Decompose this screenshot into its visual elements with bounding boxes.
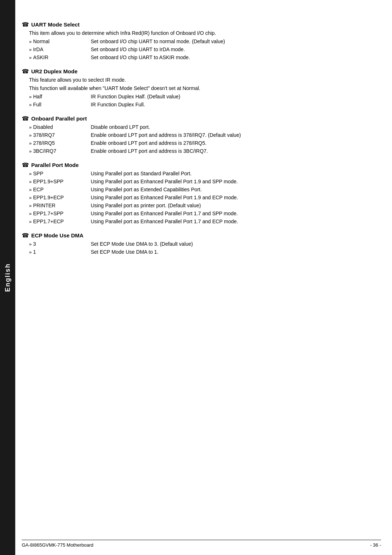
option-label-epp17spp: EPP1.7+SPP <box>33 210 64 217</box>
arrow-icon: » <box>29 38 32 45</box>
option-value-spp: Using Parallel port as Standard Parallel… <box>91 170 381 177</box>
option-label-3bcirq7: 3BC/IRQ7 <box>33 147 56 155</box>
list-item: » ECP Using Parallel port as Extended Ca… <box>29 186 381 193</box>
list-item: » 278/IRQ5 Enable onboard LPT port and a… <box>29 139 381 147</box>
section-icon-uart: ☎ <box>22 21 29 28</box>
english-tab-label: English <box>4 263 12 292</box>
section-icon-ur2: ☎ <box>22 68 29 75</box>
section-icon-ppm: ☎ <box>22 162 29 168</box>
option-label-full: Full <box>33 101 41 109</box>
list-item: » ASKIR Set onboard I/O chip UART to ASK… <box>29 54 381 61</box>
section-ecp-mode-dma: ☎ ECP Mode Use DMA <box>22 232 381 239</box>
option-value-278irq5: Enable onboard LPT port and address is 2… <box>91 139 381 147</box>
section-onboard-parallel-port: ☎ Onboard Parallel port <box>22 115 381 122</box>
list-item: » EPP1.9+ECP Using Parallel port as Enha… <box>29 194 381 201</box>
arrow-icon: » <box>29 218 32 225</box>
option-key-278irq5: » 278/IRQ5 <box>29 139 91 147</box>
section-title-ur2: UR2 Duplex Mode <box>31 68 78 74</box>
ur2-description-2: This function will available when "UART … <box>29 85 381 92</box>
option-label-printer: PRINTER <box>33 202 55 209</box>
arrow-icon: » <box>29 202 32 209</box>
option-key-dma1: » 1 <box>29 248 91 256</box>
option-label-378irq7: 378/IRQ7 <box>33 131 55 139</box>
list-item: » Disabled Disable onboard LPT port. <box>29 123 381 131</box>
option-key-ecp: » ECP <box>29 186 91 193</box>
section-icon-ecp-dma: ☎ <box>22 232 29 239</box>
option-value-epp17ecp: Using Parallel port as Enhanced Parallel… <box>91 218 381 225</box>
arrow-icon: » <box>29 132 32 139</box>
option-value-dma3: Set ECP Mode Use DMA to 3. (Default valu… <box>91 240 381 248</box>
footer-model: GA-8I865GVMK-775 Motherboard <box>22 542 93 548</box>
option-label-epp19ecp: EPP1.9+ECP <box>33 194 64 201</box>
list-item: » EPP1.7+SPP Using Parallel port as Enha… <box>29 210 381 217</box>
option-value-epp19spp: Using Parallel port as Enhanced Parallel… <box>91 178 381 185</box>
ur2-description-1: This feature allows you to seclect IR mo… <box>29 76 381 84</box>
arrow-icon: » <box>29 93 32 101</box>
list-item: » EPP1.9+SPP Using Parallel port as Enha… <box>29 178 381 185</box>
option-label-dma3: 3 <box>33 240 36 248</box>
arrow-icon: » <box>29 194 32 201</box>
uart-description: This item allows you to determine which … <box>29 29 381 37</box>
list-item: » 3BC/IRQ7 Enable onboard LPT port and a… <box>29 147 381 155</box>
option-value-ecp: Using Parallel port as Extended Capabili… <box>91 186 381 193</box>
option-label-normal: Normal <box>33 38 49 45</box>
option-key-dma3: » 3 <box>29 240 91 248</box>
list-item: » IrDA Set onboard I/O chip UART to IrDA… <box>29 46 381 53</box>
option-key-disabled: » Disabled <box>29 123 91 131</box>
section-uart-mode-select: ☎ UART Mode Select <box>22 21 381 28</box>
option-label-spp: SPP <box>33 170 43 177</box>
arrow-icon: » <box>29 46 32 53</box>
option-value-half: IR Function Duplex Half. (Default value) <box>91 93 381 101</box>
arrow-icon: » <box>29 101 32 109</box>
option-value-disabled: Disable onboard LPT port. <box>91 123 381 131</box>
option-key-epp19spp: » EPP1.9+SPP <box>29 178 91 185</box>
list-item: » Normal Set onboard I/O chip UART to no… <box>29 38 381 45</box>
option-value-378irq7: Enable onboard LPT port and address is 3… <box>91 131 381 139</box>
option-key-printer: » PRINTER <box>29 202 91 209</box>
arrow-icon: » <box>29 140 32 147</box>
list-item: » 1 Set ECP Mode Use DMA to 1. <box>29 248 381 256</box>
main-content: ☎ UART Mode Select This item allows you … <box>22 15 381 533</box>
section-ur2-duplex-mode: ☎ UR2 Duplex Mode <box>22 68 381 75</box>
footer-page: - 36 - <box>370 542 381 548</box>
section-title-uart: UART Mode Select <box>31 21 79 28</box>
section-title-ppm: Parallel Port Mode <box>31 162 79 168</box>
option-label-epp17ecp: EPP1.7+ECP <box>33 218 64 225</box>
list-item: » PRINTER Using Parallel port as printer… <box>29 202 381 209</box>
option-key-epp19ecp: » EPP1.9+ECP <box>29 194 91 201</box>
option-key-askir: » ASKIR <box>29 54 91 61</box>
list-item: » 3 Set ECP Mode Use DMA to 3. (Default … <box>29 240 381 248</box>
section-title-ecp-dma: ECP Mode Use DMA <box>31 232 83 238</box>
option-key-3bcirq7: » 3BC/IRQ7 <box>29 147 91 155</box>
option-value-dma1: Set ECP Mode Use DMA to 1. <box>91 248 381 256</box>
option-value-full: IR Function Duplex Full. <box>91 101 381 109</box>
option-value-printer: Using Parallel port as printer port. (De… <box>91 202 381 209</box>
option-value-3bcirq7: Enable onboard LPT port and address is 3… <box>91 147 381 155</box>
arrow-icon: » <box>29 210 32 217</box>
option-label-ecp: ECP <box>33 186 44 193</box>
list-item: » EPP1.7+ECP Using Parallel port as Enha… <box>29 218 381 225</box>
page-container: English ☎ UART Mode Select This item all… <box>0 0 392 555</box>
arrow-icon: » <box>29 249 32 256</box>
list-item: » SPP Using Parallel port as Standard Pa… <box>29 170 381 177</box>
section-icon-parallel: ☎ <box>22 115 29 122</box>
option-key-half: » Half <box>29 93 91 101</box>
option-label-278irq5: 278/IRQ5 <box>33 139 55 147</box>
option-key-normal: » Normal <box>29 38 91 45</box>
arrow-icon: » <box>29 54 32 61</box>
section-title-parallel: Onboard Parallel port <box>31 115 87 122</box>
option-value-normal: Set onboard I/O chip UART to normal mode… <box>91 38 381 45</box>
option-value-epp19ecp: Using Parallel port as Enhanced Parallel… <box>91 194 381 201</box>
option-key-spp: » SPP <box>29 170 91 177</box>
footer: GA-8I865GVMK-775 Motherboard - 36 - <box>22 540 381 548</box>
option-label-half: Half <box>33 93 42 101</box>
option-label-disabled: Disabled <box>33 123 53 131</box>
option-key-epp17spp: » EPP1.7+SPP <box>29 210 91 217</box>
arrow-icon: » <box>29 170 32 177</box>
option-label-askir: ASKIR <box>33 54 48 61</box>
arrow-icon: » <box>29 148 32 155</box>
english-tab: English <box>0 0 15 555</box>
list-item: » Half IR Function Duplex Half. (Default… <box>29 93 381 101</box>
list-item: » 378/IRQ7 Enable onboard LPT port and a… <box>29 131 381 139</box>
arrow-icon: » <box>29 124 32 131</box>
